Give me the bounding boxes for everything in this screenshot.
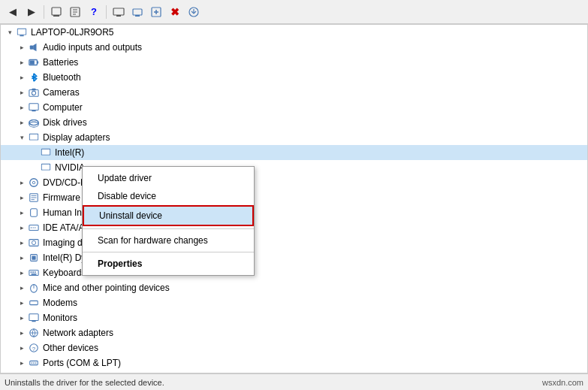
print-label: Print queues	[43, 373, 587, 373]
disk-label: Disk drives	[43, 117, 587, 128]
disk-expander[interactable]	[16, 116, 28, 128]
toolbar: ◀ ▶ ? ✖	[0, 0, 588, 24]
svg-rect-51	[32, 255, 35, 259]
svg-rect-24	[32, 89, 35, 91]
svg-rect-33	[30, 135, 38, 140]
toolbar-separator-2	[106, 5, 107, 19]
network-icon	[28, 327, 40, 339]
svg-rect-9	[135, 15, 140, 17]
device-tree[interactable]: LAPTOP-0LJR9OR5 Audio inputs and outputs…	[0, 24, 588, 373]
ports-expander[interactable]	[16, 357, 28, 369]
svg-rect-60	[29, 314, 38, 321]
remove-button[interactable]: ✖	[167, 4, 183, 20]
tree-item-ports[interactable]: Ports (COM & LPT)	[1, 355, 587, 370]
root-icon	[16, 26, 28, 38]
forward-button[interactable]: ▶	[23, 4, 40, 20]
scan-toolbar-button[interactable]	[110, 4, 127, 20]
ctx-update-driver[interactable]: Update driver	[83, 169, 254, 187]
ctx-properties[interactable]: Properties	[83, 255, 254, 273]
device-manager-icon-btn[interactable]	[129, 4, 146, 20]
audio-icon	[28, 41, 40, 53]
network-expander[interactable]	[16, 327, 28, 339]
other-expander[interactable]	[16, 342, 28, 354]
svg-rect-35	[42, 150, 50, 155]
svg-rect-18	[30, 45, 33, 49]
hid-expander[interactable]	[16, 207, 28, 219]
monitors-label: Monitors	[43, 313, 587, 323]
intel-platform-expander[interactable]	[16, 252, 28, 264]
main-area: LAPTOP-0LJR9OR5 Audio inputs and outputs…	[0, 24, 588, 373]
batteries-label: Batteries	[43, 57, 587, 68]
other-label: Other devices	[43, 343, 587, 353]
svg-rect-26	[32, 110, 35, 112]
tree-item-disk[interactable]: Disk drives	[1, 115, 587, 130]
back-button[interactable]: ◀	[5, 4, 21, 20]
toolbar-separator-1	[44, 5, 44, 19]
hid-icon	[28, 207, 40, 219]
computer-expander[interactable]	[16, 101, 28, 113]
modems-expander[interactable]	[16, 297, 28, 309]
tree-item-intel-gpu[interactable]: Intel(R)	[1, 145, 587, 160]
firmware-icon	[28, 192, 40, 204]
print-icon	[28, 372, 40, 373]
svg-point-38	[30, 179, 38, 187]
svg-rect-8	[133, 9, 142, 15]
mice-expander[interactable]	[16, 282, 28, 294]
display-icon	[28, 132, 40, 144]
properties-toolbar-button[interactable]	[48, 4, 65, 20]
tree-item-monitors[interactable]: Monitors	[1, 310, 587, 325]
svg-rect-53	[31, 271, 32, 273]
tree-item-modems[interactable]: Modems	[1, 295, 587, 310]
svg-point-39	[32, 181, 35, 184]
svg-point-49	[32, 240, 35, 244]
dvd-expander[interactable]	[16, 177, 28, 189]
computer-label: Computer	[43, 102, 587, 113]
batteries-expander[interactable]	[16, 56, 28, 68]
tree-item-batteries[interactable]: Batteries	[1, 55, 587, 70]
tree-item-bluetooth[interactable]: Bluetooth	[1, 70, 587, 85]
tree-item-print[interactable]: Print queues	[1, 370, 587, 373]
svg-rect-0	[52, 8, 61, 15]
update-driver-toolbar-button[interactable]	[67, 4, 83, 20]
dvd-icon	[28, 177, 40, 189]
tree-item-display[interactable]: Display adapters	[1, 130, 587, 145]
cameras-expander[interactable]	[16, 86, 28, 98]
ctx-disable-device[interactable]: Disable device	[83, 187, 254, 205]
tree-item-cameras[interactable]: Cameras	[1, 85, 587, 100]
root-label: LAPTOP-0LJR9OR5	[31, 27, 587, 38]
root-expander[interactable]	[4, 26, 16, 38]
ide-expander[interactable]	[16, 222, 28, 234]
tree-item-computer[interactable]: Computer	[1, 100, 587, 115]
imaging-expander[interactable]	[16, 237, 28, 249]
svg-rect-37	[42, 165, 50, 170]
tree-root[interactable]: LAPTOP-0LJR9OR5	[1, 25, 587, 40]
tree-item-other[interactable]: ? Other devices	[1, 340, 587, 355]
cameras-icon	[28, 86, 40, 98]
batteries-icon	[28, 56, 40, 68]
display-expander[interactable]	[16, 132, 28, 144]
svg-rect-7	[116, 15, 121, 17]
print-expander[interactable]	[16, 372, 28, 373]
tree-item-network[interactable]: Network adapters	[1, 325, 587, 340]
statusbar-message: Uninstalls the driver for the selected d…	[5, 378, 164, 387]
audio-expander[interactable]	[16, 41, 28, 53]
svg-rect-1	[53, 15, 59, 17]
svg-rect-25	[29, 104, 38, 110]
ctx-uninstall-device[interactable]: Uninstall device	[83, 205, 254, 226]
keyboards-expander[interactable]	[16, 267, 28, 279]
add-driver-button[interactable]	[148, 4, 164, 20]
statusbar: Uninstalls the driver for the selected d…	[0, 373, 588, 390]
firmware-expander[interactable]	[16, 192, 28, 204]
disk-icon	[28, 116, 40, 128]
tree-item-mice[interactable]: Mice and other pointing devices	[1, 280, 587, 295]
tree-item-audio[interactable]: Audio inputs and outputs	[1, 40, 587, 55]
intel-gpu-icon	[40, 147, 52, 159]
download-button[interactable]	[185, 4, 202, 20]
ctx-scan-hardware[interactable]: Scan for hardware changes	[83, 231, 254, 249]
context-menu: Update driver Disable device Uninstall d…	[82, 166, 255, 276]
nvidia-icon	[40, 162, 52, 174]
help-button[interactable]: ?	[86, 4, 102, 20]
monitors-expander[interactable]	[16, 312, 28, 324]
svg-rect-54	[32, 271, 34, 273]
bluetooth-expander[interactable]	[16, 71, 28, 83]
